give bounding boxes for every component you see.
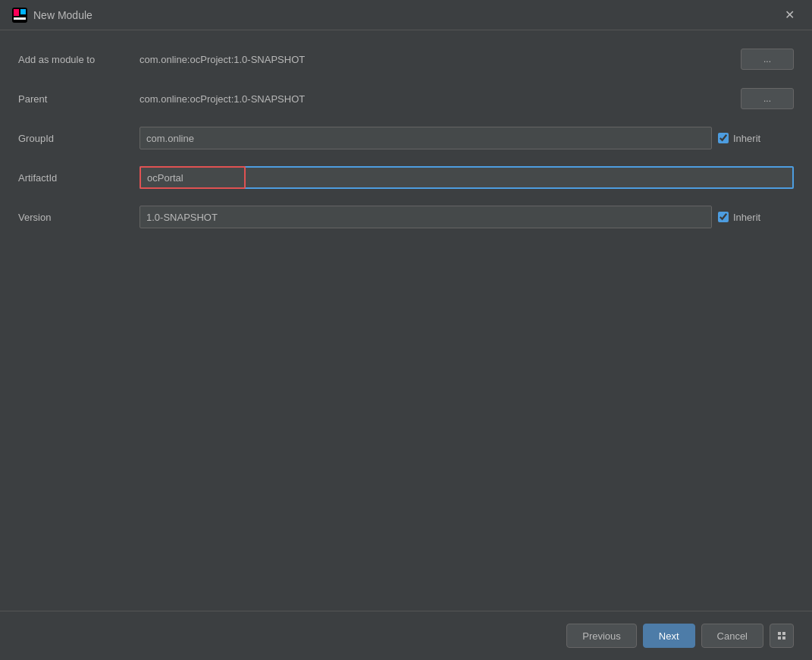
artifact-id-row: ArtifactId bbox=[18, 164, 794, 191]
artifact-id-label: ArtifactId bbox=[18, 172, 140, 184]
add-as-module-browse-button[interactable]: ... bbox=[741, 49, 794, 70]
version-inherit-wrapper: Inherit bbox=[718, 212, 794, 223]
svg-rect-2 bbox=[14, 17, 26, 20]
title-bar-left: New Module bbox=[12, 8, 92, 23]
add-as-module-row: Add as module to com.online:ocProject:1.… bbox=[18, 46, 794, 73]
version-label: Version bbox=[18, 212, 140, 223]
add-as-module-value: com.online:ocProject:1.0-SNAPSHOT bbox=[140, 54, 735, 65]
previous-button[interactable]: Previous bbox=[566, 624, 637, 648]
app-icon bbox=[12, 8, 27, 23]
svg-rect-3 bbox=[20, 9, 26, 14]
parent-value: com.online:ocProject:1.0-SNAPSHOT bbox=[140, 93, 735, 105]
svg-rect-6 bbox=[778, 636, 781, 640]
svg-rect-5 bbox=[782, 632, 785, 635]
dialog-footer: Previous Next Cancel bbox=[0, 611, 812, 660]
group-id-inherit-checkbox[interactable] bbox=[718, 133, 729, 143]
add-as-module-label: Add as module to bbox=[18, 54, 140, 65]
new-module-dialog: New Module ✕ Add as module to com.online… bbox=[0, 0, 812, 660]
group-id-row: GroupId Inherit bbox=[18, 124, 794, 152]
svg-rect-7 bbox=[782, 636, 785, 640]
next-button[interactable]: Next bbox=[643, 624, 695, 648]
parent-row: Parent com.online:ocProject:1.0-SNAPSHOT… bbox=[18, 85, 794, 112]
group-id-input[interactable] bbox=[140, 127, 712, 149]
dialog-content: Add as module to com.online:ocProject:1.… bbox=[0, 30, 812, 660]
svg-rect-4 bbox=[778, 632, 781, 635]
extra-button[interactable] bbox=[770, 624, 794, 648]
artifact-id-input-wrapper bbox=[140, 166, 794, 189]
group-id-inherit-wrapper: Inherit bbox=[718, 133, 794, 144]
parent-label: Parent bbox=[18, 93, 140, 105]
close-button[interactable]: ✕ bbox=[779, 5, 800, 26]
version-inherit-label: Inherit bbox=[733, 212, 760, 223]
svg-rect-1 bbox=[14, 9, 19, 16]
parent-browse-button[interactable]: ... bbox=[741, 88, 794, 109]
version-inherit-checkbox[interactable] bbox=[718, 212, 729, 222]
artifact-id-input[interactable] bbox=[140, 166, 794, 189]
version-row: Version Inherit bbox=[18, 203, 794, 231]
cancel-button[interactable]: Cancel bbox=[701, 624, 763, 648]
dialog-title: New Module bbox=[33, 9, 92, 21]
group-id-inherit-label: Inherit bbox=[733, 133, 760, 144]
version-input[interactable] bbox=[140, 206, 712, 228]
title-bar: New Module ✕ bbox=[0, 0, 812, 30]
group-id-label: GroupId bbox=[18, 133, 140, 144]
